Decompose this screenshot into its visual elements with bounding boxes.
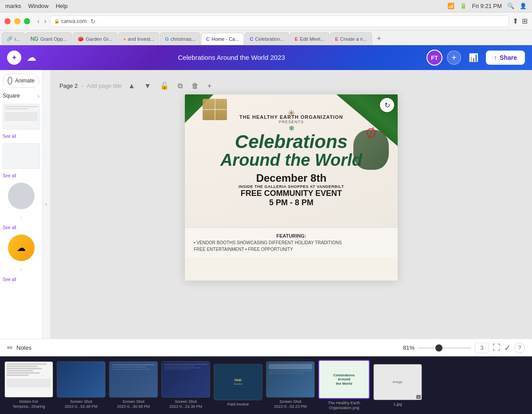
tabs-bar: 🔗 i... NG Grant Opp... 🍅 Garden Gr... ● … [0, 30, 532, 45]
tab-christmas[interactable]: G christmas... [160, 32, 200, 45]
tab-create[interactable]: E Create a n... [330, 32, 372, 45]
close-button[interactable] [4, 18, 11, 24]
page-up-button[interactable]: ▲ [125, 81, 138, 91]
poster-org-name: THE HEALTHY EARTH ORGANIZATION [220, 114, 362, 120]
sidebar-thumb-2[interactable] [3, 143, 40, 169]
sidebar-color-thumb[interactable]: ☁ [8, 234, 35, 261]
filmstrip-label-6: Screen Shot2022-0...02.23 PM [274, 399, 307, 409]
tab-home-canva[interactable]: C Home - Ca... [201, 33, 244, 45]
battery-icon: 🔋 [460, 3, 467, 9]
menu-window[interactable]: Window [28, 3, 48, 9]
canvas-refresh-button[interactable]: ↻ [380, 98, 394, 112]
spotlight-icon[interactable]: 🔍 [507, 3, 514, 9]
see-all-1[interactable]: See all [3, 134, 39, 139]
filmstrip-thumb-4[interactable] [161, 361, 210, 398]
filmstrip-item-3[interactable]: Screen Shot2022-0...30.58 PM [109, 361, 158, 409]
add-collaborator-button[interactable]: + [447, 51, 461, 65]
square-arrow-icon[interactable]: › [37, 92, 39, 99]
poster-date: December 8th [220, 172, 362, 184]
filmstrip-item-paid-invoice[interactable]: PAID invoice Paid invoice [214, 364, 262, 407]
url-text: canva.com [61, 18, 87, 24]
filmstrip-item-2[interactable]: Screen Shot2022-0...52.48 PM [57, 361, 106, 409]
new-tab-button[interactable]: + [373, 32, 385, 45]
square-thumb-1[interactable] [3, 104, 40, 129]
user-icon[interactable]: 👤 [520, 3, 527, 9]
filmstrip-thumb-2[interactable] [57, 361, 106, 398]
canva-logo[interactable]: ✦ [7, 51, 21, 65]
page-count-button[interactable]: 3 [475, 343, 489, 353]
poster-top-section: ✳ ⌀ THE HEALTHY EARTH ORGAN [185, 94, 398, 227]
tab-invest[interactable]: ● and Invest... [118, 32, 160, 45]
filmstrip-thumb-1jpg[interactable]: image 1 [373, 364, 422, 400]
page-lock-button[interactable]: 🔓 [157, 81, 172, 91]
poster-bullet-1: • VENDOR BOOTHS SHOWCASING DIFFERENT HOL… [194, 240, 389, 245]
browser-grid-button[interactable]: ⊞ [522, 17, 528, 25]
filmstrip-thumb-1[interactable] [4, 361, 53, 398]
poster-bottom-section: FEATURING: • VENDOR BOOTHS SHOWCASING DI… [185, 227, 398, 257]
zoom-slider[interactable] [418, 347, 471, 349]
page-delete-button[interactable]: 🗑 [189, 81, 201, 91]
minimize-button[interactable] [14, 18, 20, 24]
back-button[interactable]: ‹ [37, 17, 39, 25]
filmstrip-label-healthy-earth: The Healthy EarthOrganization.png [328, 401, 360, 410]
app-content: Animate Square › See all See all › [0, 70, 532, 339]
menu-help[interactable]: Help [56, 3, 68, 9]
address-bar[interactable]: 🔒 canva.com ↻ [50, 16, 509, 27]
tab-edit-meet[interactable]: E Edit Meet... [290, 32, 329, 45]
tab-garden[interactable]: 🍅 Garden Gr... [73, 32, 117, 45]
macos-menubar: marks Window Help 📶 🔋 Fri 9:21 PM 🔍 👤 [0, 0, 532, 12]
filmstrip-label-2: Screen Shot2022-0...52.48 PM [65, 399, 98, 409]
tab-i[interactable]: 🔗 i... [2, 32, 25, 45]
add-page-title-btn[interactable]: Add page title [87, 82, 122, 89]
page-duplicate-button[interactable]: ⧉ [175, 81, 185, 91]
help-button[interactable]: ? [514, 343, 525, 353]
tab-favicon-garden: 🍅 [78, 36, 84, 42]
filmstrip-thumb-3[interactable] [109, 361, 158, 398]
tab-celebration[interactable]: C Celebration... [245, 32, 289, 45]
sidebar-collapse-button[interactable]: ‹ [43, 70, 51, 339]
page-down-button[interactable]: ▼ [141, 81, 154, 91]
menu-marks[interactable]: marks [5, 3, 21, 9]
tab-grant[interactable]: NG Grant Opp... [26, 32, 72, 45]
page-add-button[interactable]: + [205, 81, 214, 91]
filmstrip-item-6[interactable]: Screen Shot2022-0...02.23 PM [266, 361, 315, 409]
see-all-3[interactable]: See all [3, 225, 39, 230]
filmstrip: Motion ForTempora...Sharing Screen Shot2… [0, 356, 532, 414]
tab-favicon-grant: NG [31, 36, 39, 42]
filmstrip-thumb-6[interactable] [266, 361, 315, 398]
square-section-header: Square › [3, 92, 39, 99]
notes-pencil-icon: ✏ [7, 344, 13, 352]
analytics-button[interactable]: 📊 [466, 50, 481, 66]
filmstrip-label-4: Screen Shot2022-0...24.36 PM [169, 399, 202, 409]
dash-separator: - [81, 82, 83, 89]
share-label: Share [500, 54, 517, 61]
tab-favicon-i: 🔗 [7, 36, 13, 42]
forward-button[interactable]: › [44, 17, 46, 25]
reload-button[interactable]: ↻ [90, 18, 96, 25]
browser-share-button[interactable]: ⬆ [512, 17, 518, 25]
see-all-4[interactable]: See all [3, 277, 39, 282]
cloud-icon: ☁ [17, 242, 26, 253]
filmstrip-item-4[interactable]: Screen Shot2022-0...24.36 PM [161, 361, 210, 409]
filmstrip-item-1[interactable]: Motion ForTempora...Sharing [4, 361, 53, 409]
fullscreen-icon[interactable]: ⛶ [493, 343, 501, 352]
poster-title-main: Celebrations [220, 133, 362, 151]
checkmark-icon[interactable]: ✓ [504, 343, 511, 353]
filmstrip-item-1jpg[interactable]: image 1 1.jpg [373, 364, 422, 407]
upload-button[interactable]: ☁ [27, 52, 36, 63]
user-avatar[interactable]: FT [426, 50, 442, 66]
see-all-2[interactable]: See all [3, 173, 39, 178]
tab-favicon-edit: E [295, 36, 298, 42]
zoom-controls: 81% 3 ⛶ ✓ ? [403, 343, 525, 353]
fullscreen-button[interactable] [24, 18, 30, 24]
page-count-value: 3 [481, 345, 484, 351]
animate-button[interactable]: Animate [3, 74, 39, 88]
poster-time: 5 PM - 8 PM [220, 198, 362, 207]
design-canvas[interactable]: ↻ ✳ [185, 94, 398, 281]
filmstrip-item-healthy-earth[interactable]: CelebrationsAroundthe World The Healthy … [318, 360, 370, 410]
filmstrip-thumb-paid[interactable]: PAID invoice [214, 364, 262, 400]
filmstrip-thumb-healthy-earth[interactable]: CelebrationsAroundthe World [318, 360, 370, 399]
notes-label[interactable]: Notes [16, 344, 31, 351]
sidebar-circle-thumb[interactable] [8, 183, 35, 209]
share-button[interactable]: ↑ Share [486, 51, 525, 65]
